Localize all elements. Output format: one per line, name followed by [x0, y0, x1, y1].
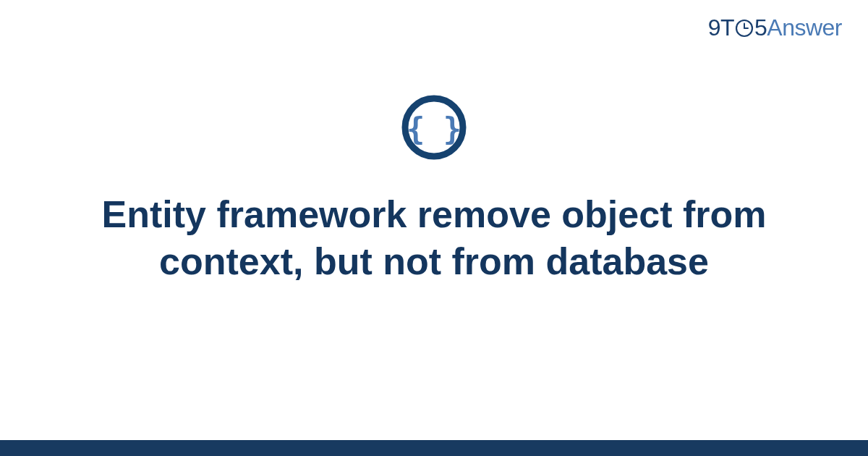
page-title: Entity framework remove object from cont…: [80, 191, 788, 285]
brand-text-suffix: Answer: [767, 14, 842, 41]
svg-text:{ }: { }: [407, 111, 461, 147]
site-brand: 9T 5 Answer: [708, 14, 842, 41]
clock-icon: [735, 19, 754, 38]
brand-text-prefix: 9T: [708, 14, 734, 41]
brand-text-mid: 5: [754, 14, 767, 41]
braces-icon: { }: [399, 93, 469, 162]
footer-bar: [0, 440, 868, 456]
